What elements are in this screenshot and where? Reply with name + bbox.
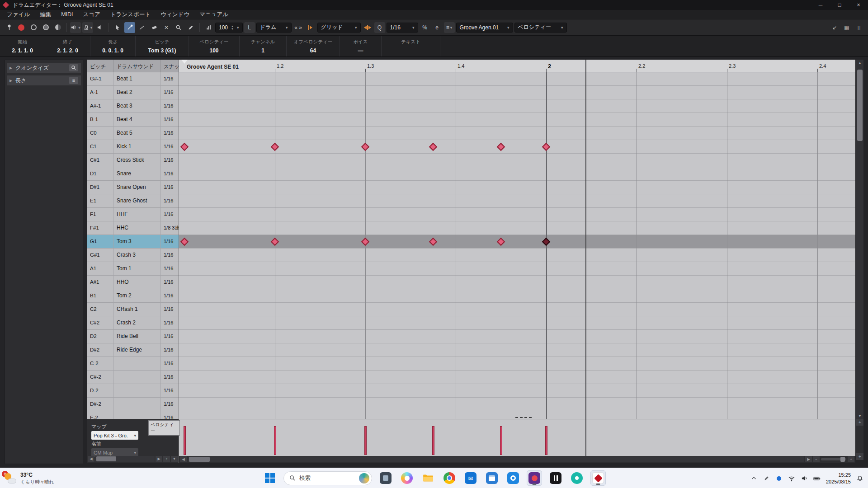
drum-row-G#1[interactable]: G#1Crash 31/16 [87, 249, 179, 262]
hzoom-thumb[interactable] [840, 457, 845, 462]
chevron-down-icon[interactable]: ▾ [507, 25, 509, 30]
velocity-stepper[interactable]: ▲ ▼ [231, 25, 234, 30]
menu-item-4[interactable]: トランスポート [105, 10, 156, 19]
snap-cell[interactable]: 1/16 [160, 208, 179, 221]
taskbar-app-daw[interactable] [548, 470, 563, 486]
monitor-button[interactable] [94, 22, 105, 33]
taskbar-app-desktop[interactable] [378, 470, 393, 486]
window-layout-button[interactable]: ▦ [841, 22, 852, 33]
notification-bell-icon[interactable] [856, 474, 863, 482]
drum-row-B1[interactable]: B1Tom 21/16 [87, 289, 179, 303]
velocity-bar[interactable] [500, 426, 502, 455]
snap-cell[interactable]: 1/16 [160, 289, 179, 302]
infoline-field-6[interactable]: オフベロシティー64 [287, 36, 340, 56]
taskbar-app-groove-agent[interactable] [527, 470, 542, 486]
taskbar-app-calendar[interactable] [484, 470, 500, 486]
drum-map-select[interactable]: Pop Kit 3 - Gro. ▾ [91, 431, 138, 440]
eraser-tool[interactable] [149, 22, 160, 33]
drumstick-tool[interactable] [124, 22, 135, 33]
drum-row-D2[interactable]: D2Ride Bell1/16 [87, 330, 179, 343]
snap-cell[interactable]: 1/16 [160, 127, 179, 140]
grid-row-A-1[interactable] [179, 86, 855, 99]
close-button[interactable]: × [849, 0, 868, 10]
snap-cell[interactable]: 1/16 [160, 99, 179, 113]
taskbar-app-cubase[interactable] [590, 470, 606, 486]
bluetooth-device-icon[interactable] [775, 474, 783, 482]
search-highlight-image[interactable] [359, 473, 369, 483]
drum-row-E1[interactable]: E1Snare Ghost1/16 [87, 194, 179, 208]
midi-input-button[interactable] [52, 22, 63, 33]
infoline-field-7[interactable]: ボイス— [340, 36, 382, 56]
taskbar-app-mail[interactable]: ✉ [463, 470, 478, 486]
object-selection-tool[interactable] [112, 22, 123, 33]
taskbar-app-camera[interactable] [505, 470, 521, 486]
zoom-out-icon[interactable]: − [813, 456, 820, 462]
snap-cell[interactable]: 1/16 [160, 154, 179, 167]
menu-item-5[interactable]: ウィンドウ [156, 10, 194, 19]
menu-item-3[interactable]: スコア [78, 10, 105, 19]
snap-cell[interactable]: 1/16 [160, 249, 179, 262]
maximize-button[interactable]: □ [830, 0, 849, 10]
column-header-0[interactable]: ピッチ [87, 60, 113, 72]
minimize-button[interactable]: ─ [811, 0, 830, 10]
drum-row-C#2[interactable]: C#2Crash 21/16 [87, 316, 179, 330]
list-scroll-thumb[interactable] [96, 456, 116, 461]
grid-row-D2[interactable] [179, 330, 855, 343]
snap-cell[interactable]: 1/16 [160, 167, 179, 180]
taskbar-app-chrome[interactable] [442, 470, 457, 486]
insert-velocity-icon-button[interactable] [203, 22, 214, 33]
chevron-down-icon[interactable]: ▾ [90, 25, 93, 30]
acoustic-feedback-button[interactable] [28, 22, 39, 33]
grid-row-C2[interactable] [179, 303, 855, 316]
grid-row-F1[interactable] [179, 208, 855, 221]
drum-row-D#-2[interactable]: D#-21/16 [87, 398, 179, 411]
snap-cell[interactable]: 1/16 [160, 194, 179, 207]
snap-cell[interactable]: 1/16 [160, 384, 179, 397]
list-hscrollbar[interactable]: ◀ ▶ + ▾ [88, 456, 178, 462]
snap-cell[interactable]: 1/16 [160, 235, 179, 248]
tray-clock[interactable]: 15:25 2025/08/15 [826, 472, 851, 485]
start-button[interactable] [262, 470, 278, 486]
record-in-editor-button[interactable] [16, 22, 27, 33]
velocity-lane[interactable] [179, 419, 855, 456]
grid-row-D#1[interactable] [179, 181, 855, 194]
step-down-icon[interactable]: ▼ [231, 28, 234, 30]
drum-row-C0[interactable]: C0Beat 51/16 [87, 127, 179, 140]
drum-row-C1[interactable]: C1Kick 11/16 [87, 140, 179, 154]
snap-cell[interactable]: 1/16 [160, 371, 179, 384]
chevron-down-icon[interactable]: ▾ [450, 25, 453, 30]
drum-row-C#-2[interactable]: C#-21/16 [87, 371, 179, 384]
iterative-quantize-button[interactable]: % [420, 22, 430, 33]
grid-row-A#1[interactable] [179, 276, 855, 289]
snap-cell[interactable]: 1/16 [160, 316, 179, 329]
infoline-field-1[interactable]: 終了2. 1. 2. 0 [45, 36, 90, 56]
controller-lane-select[interactable]: ベロシティー ▾ [514, 23, 567, 33]
snap-cell[interactable]: 1/16 [160, 411, 179, 419]
grid-row-B1[interactable] [179, 289, 855, 303]
snap-type-button[interactable] [362, 22, 373, 33]
infoline-field-2[interactable]: 長さ0. 0. 1. 0 [90, 36, 136, 56]
vscroll-thumb[interactable] [857, 70, 863, 141]
quantize-preset-select[interactable]: 1/16 ▾ [387, 23, 418, 33]
grid-row-D-2[interactable] [179, 384, 855, 398]
zoom-in-icon[interactable]: + [163, 456, 170, 462]
scroll-down-icon[interactable]: ▼ [856, 413, 863, 419]
velocity-bar[interactable] [184, 426, 186, 455]
grid-row-C#2[interactable] [179, 316, 855, 330]
playhead-cursor[interactable] [585, 60, 586, 456]
open-in-lower-zone-button[interactable]: ↙ [829, 22, 840, 33]
snap-cell[interactable]: 1/16 [160, 181, 179, 194]
step-input-button[interactable] [40, 22, 51, 33]
infoline-field-8[interactable]: テキスト [382, 36, 440, 56]
column-header-1[interactable]: ドラムサウンド [113, 60, 160, 72]
velocity-bar[interactable] [274, 426, 276, 455]
grid-row-D1[interactable] [179, 167, 855, 181]
grid-row-B-1[interactable] [179, 113, 855, 127]
drum-row-D1[interactable]: D1Snare1/16 [87, 167, 179, 181]
menu-item-0[interactable]: ファイル [2, 10, 35, 19]
grid-row-C0[interactable] [179, 127, 855, 140]
vzoom-in-icon[interactable]: + [856, 419, 863, 426]
drum-row-C2[interactable]: C2CRash 11/16 [87, 303, 179, 316]
grid-row-D#-2[interactable] [179, 398, 855, 411]
grid-row-E1[interactable] [179, 194, 855, 208]
